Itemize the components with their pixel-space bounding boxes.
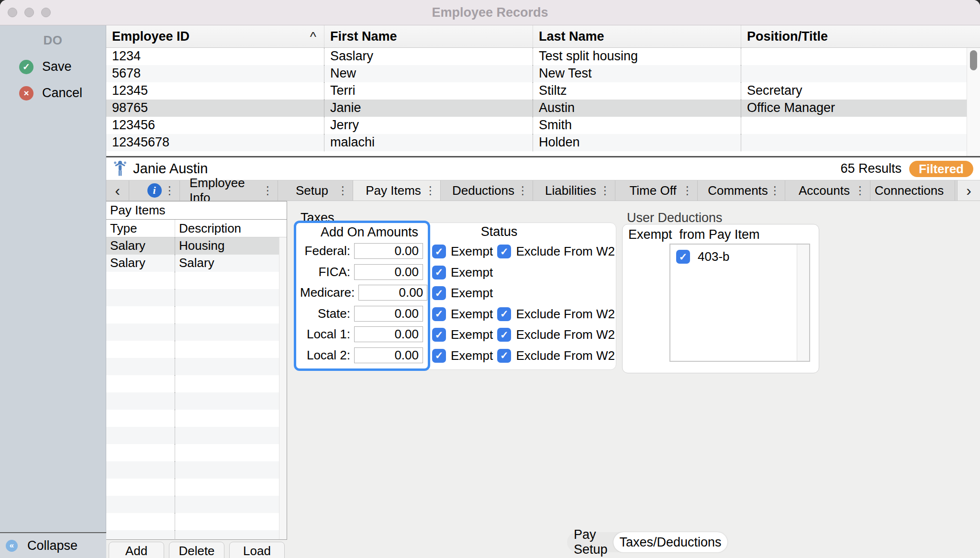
checkbox-checked-icon[interactable]: ✓ bbox=[497, 349, 511, 363]
app-window: Employee Records DO ✓ Save × Cancel « Co… bbox=[0, 0, 980, 558]
sort-ascending-icon: ^ bbox=[310, 26, 316, 48]
tab-menu-icon[interactable]: ⋮ bbox=[164, 184, 175, 197]
table-row[interactable]: 5678 New New Test bbox=[106, 65, 980, 82]
column-header-description[interactable]: Description bbox=[175, 220, 287, 237]
employee-table-body: 1234 Saslary Test split housing 5678 New… bbox=[106, 48, 980, 151]
checkbox-checked-icon[interactable]: ✓ bbox=[497, 245, 511, 258]
pay-item-empty-row bbox=[106, 530, 287, 540]
add-on-amounts-box: Add On Amounts Federal: FICA: Medicare: … bbox=[294, 221, 430, 371]
deductions-scrollbar[interactable] bbox=[797, 245, 809, 361]
tab-menu-icon[interactable]: ⋮ bbox=[855, 184, 866, 197]
checkbox-checked-icon[interactable]: ✓ bbox=[432, 286, 446, 300]
tabs-scroll-right-button[interactable]: › bbox=[957, 180, 980, 201]
exempt-toggle[interactable]: ✓ Exempt bbox=[432, 286, 500, 301]
table-row[interactable]: 12345678 malachi Holden bbox=[106, 134, 980, 151]
pay-item-row[interactable]: Salary Salary bbox=[106, 255, 287, 272]
tab-menu-icon[interactable]: ⋮ bbox=[682, 184, 693, 197]
tab-menu-icon[interactable]: ⋮ bbox=[600, 184, 611, 197]
fica-amount-input[interactable] bbox=[354, 264, 423, 280]
scrollbar-thumb[interactable] bbox=[970, 50, 977, 70]
status-row-fica: ✓ Exempt bbox=[432, 262, 615, 283]
tab-time-off[interactable]: Time Off ⋮ bbox=[615, 180, 698, 201]
local2-amount-input[interactable] bbox=[354, 347, 423, 363]
status-row-medicare: ✓ Exempt bbox=[432, 283, 615, 304]
medicare-amount-input[interactable] bbox=[358, 285, 427, 301]
tab-menu-icon[interactable]: ⋮ bbox=[769, 184, 780, 197]
checkbox-checked-icon[interactable]: ✓ bbox=[497, 307, 511, 321]
checkbox-checked-icon[interactable]: ✓ bbox=[432, 328, 446, 342]
status-row-local2: ✓ Exempt ✓ Exclude From W2 bbox=[432, 346, 615, 367]
tax-field-row: Local 1: bbox=[300, 324, 423, 345]
tab-menu-icon[interactable]: ⋮ bbox=[337, 184, 348, 197]
save-check-icon: ✓ bbox=[19, 60, 33, 74]
tab-setup[interactable]: Setup ⋮ bbox=[278, 180, 353, 201]
tab-accounts[interactable]: Accounts ⋮ bbox=[785, 180, 870, 201]
exempt-toggle[interactable]: ✓ Exempt bbox=[432, 307, 497, 322]
save-button[interactable]: ✓ Save bbox=[0, 59, 106, 74]
tab-pay-setup[interactable]: Pay Setup bbox=[567, 532, 613, 552]
exclude-w2-toggle[interactable]: ✓ Exclude From W2 bbox=[497, 244, 615, 259]
column-header-type[interactable]: Type bbox=[106, 220, 175, 237]
exclude-w2-toggle[interactable]: ✓ Exclude From W2 bbox=[497, 348, 615, 363]
tab-liabilities[interactable]: Liabilities ⋮ bbox=[533, 180, 615, 201]
status-section: Status ✓ Exempt ✓ Exclude From W2 ✓ Exem… bbox=[432, 223, 615, 366]
column-header-position-title[interactable]: Position/Title bbox=[741, 25, 967, 47]
federal-label: Federal: bbox=[300, 244, 354, 258]
status-row-federal: ✓ Exempt ✓ Exclude From W2 bbox=[432, 241, 615, 262]
checkbox-checked-icon[interactable]: ✓ bbox=[432, 349, 446, 363]
vertical-scrollbar[interactable] bbox=[967, 48, 980, 156]
add-on-amounts-title: Add On Amounts bbox=[300, 225, 423, 240]
exempt-toggle[interactable]: ✓ Exempt bbox=[432, 244, 497, 259]
delete-button[interactable]: Delete bbox=[169, 542, 224, 558]
tab-menu-icon[interactable]: ⋮ bbox=[262, 184, 273, 197]
exclude-w2-toggle[interactable]: ✓ Exclude From W2 bbox=[497, 327, 615, 342]
tax-field-row: State: bbox=[300, 303, 423, 324]
medicare-label: Medicare: bbox=[300, 285, 358, 300]
column-header-first-name[interactable]: First Name bbox=[324, 25, 533, 47]
checkbox-checked-icon[interactable]: ✓ bbox=[432, 266, 446, 279]
cancel-button[interactable]: × Cancel bbox=[0, 86, 106, 100]
tabs-scroll-left-button[interactable]: ‹ bbox=[106, 180, 129, 201]
column-header-last-name[interactable]: Last Name bbox=[533, 25, 741, 47]
pay-item-empty-row bbox=[106, 479, 287, 496]
add-button[interactable]: Add bbox=[109, 542, 164, 558]
pay-items-buttons: Add Delete Load bbox=[106, 540, 287, 558]
pay-item-row-selected[interactable]: Salary Housing bbox=[106, 237, 287, 255]
tax-field-row: FICA: bbox=[300, 262, 423, 283]
bottom-tab-switcher: Pay Setup Taxes/Deductions bbox=[567, 532, 727, 552]
local1-amount-input[interactable] bbox=[354, 326, 423, 342]
table-row[interactable]: 12345 Terri Stiltz Secretary bbox=[106, 82, 980, 100]
filtered-badge[interactable]: Filtered bbox=[909, 161, 973, 177]
federal-amount-input[interactable] bbox=[354, 243, 423, 259]
tab-employee-info[interactable]: Employee Info ⋮ bbox=[180, 180, 278, 201]
checkbox-checked-icon[interactable]: ✓ bbox=[432, 307, 446, 321]
deduction-item-403b[interactable]: ✓ 403-b bbox=[670, 245, 809, 264]
tab-menu-icon[interactable]: ⋮ bbox=[517, 184, 528, 197]
tab-menu-icon[interactable]: ⋮ bbox=[425, 184, 436, 197]
tab-taxes-deductions[interactable]: Taxes/Deductions bbox=[613, 532, 727, 552]
tab-info[interactable]: i ⋮ bbox=[129, 180, 180, 201]
checkbox-checked-icon[interactable]: ✓ bbox=[676, 250, 690, 264]
collapse-button[interactable]: « Collapse bbox=[0, 532, 106, 558]
column-header-employee-id[interactable]: Employee ID ^ bbox=[106, 25, 324, 47]
exclude-w2-toggle[interactable]: ✓ Exclude From W2 bbox=[497, 307, 615, 322]
exempt-toggle[interactable]: ✓ Exempt bbox=[432, 265, 500, 280]
pay-items-panel-title: Pay Items bbox=[106, 201, 287, 220]
checkbox-checked-icon[interactable]: ✓ bbox=[497, 328, 511, 342]
tab-comments[interactable]: Comments ⋮ bbox=[698, 180, 785, 201]
checkbox-checked-icon[interactable]: ✓ bbox=[432, 245, 446, 258]
table-row[interactable]: 123456 Jerry Smith bbox=[106, 117, 980, 134]
tab-connections[interactable]: Connections bbox=[870, 180, 955, 201]
state-amount-input[interactable] bbox=[354, 306, 423, 322]
pay-item-empty-row bbox=[106, 496, 287, 513]
table-row[interactable]: 1234 Saslary Test split housing bbox=[106, 48, 980, 65]
exempt-toggle[interactable]: ✓ Exempt bbox=[432, 348, 497, 363]
tab-pay-items[interactable]: Pay Items ⋮ bbox=[353, 180, 441, 201]
pay-item-empty-row bbox=[106, 306, 287, 324]
tab-deductions[interactable]: Deductions ⋮ bbox=[441, 180, 533, 201]
table-row-selected[interactable]: 98765 Janie Austin Office Manager bbox=[106, 100, 980, 117]
pay-items-scrollbar[interactable] bbox=[279, 237, 287, 540]
exempt-toggle[interactable]: ✓ Exempt bbox=[432, 327, 497, 342]
tax-field-row: Local 2: bbox=[300, 345, 423, 366]
load-button[interactable]: Load bbox=[229, 542, 285, 558]
